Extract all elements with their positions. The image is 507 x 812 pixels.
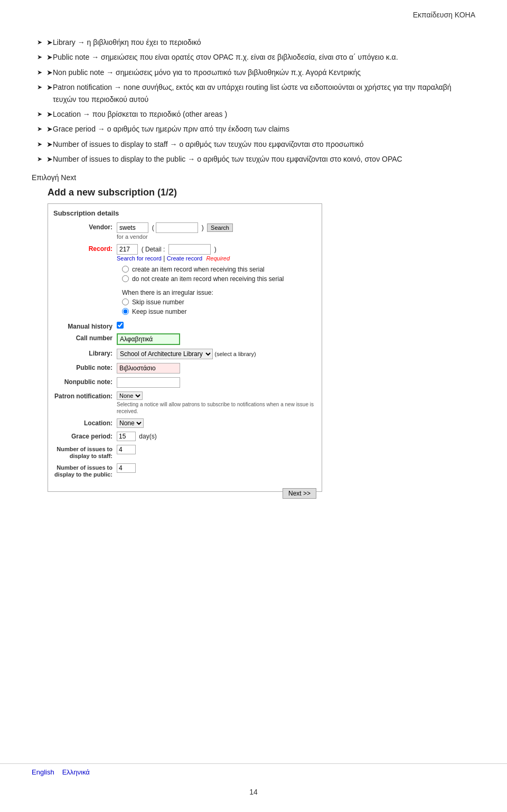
manual-history-checkbox[interactable] [117, 322, 124, 329]
form-actions: Next >> [53, 482, 316, 486]
next-label: Επιλογή Next [32, 173, 475, 182]
patron-notification-row: Patron notification: None Selecting a no… [53, 391, 316, 415]
subscription-title: Add a new subscription (1/2) [48, 187, 475, 198]
manual-history-content [117, 322, 316, 330]
vendor-row: Vendor: ( ) Search for a vendor [53, 222, 316, 240]
bullet-item-8: ➤ Number of issues to display to the pub… [37, 152, 475, 166]
patron-notification-label: Patron notification: [53, 391, 117, 400]
skip-issue-row: Skip issue number [122, 298, 316, 306]
bullet-item-7: ➤ Number of issues to display to staff →… [37, 137, 475, 152]
public-note-row: Public note: [53, 363, 316, 374]
bullet-arrow-1: ➤ [46, 36, 53, 48]
bullet-item-2: ➤ Public note → σημειώσεις που είναι ορα… [37, 50, 475, 64]
vendor-search-button[interactable]: Search [207, 223, 233, 232]
radio-skip-issue[interactable] [122, 298, 129, 305]
bullet-text-6: Grace period → ο αριθμός των ημερών πριν… [53, 123, 289, 135]
record-row: Record: ( Detail : ) Search for record |… [53, 244, 316, 262]
bullet-text-8: Number of issues to display to the publi… [53, 153, 402, 165]
form-section-title: Subscription details [53, 209, 316, 217]
grace-period-input[interactable] [117, 432, 136, 441]
num-public-content [117, 463, 316, 473]
call-number-row: Call number [53, 333, 316, 345]
nonpublic-note-label: Nonpublic note: [53, 377, 117, 386]
bullet-item-5: ➤ Location → που βρίσκεται το περιοδικό … [37, 107, 475, 122]
search-for-record-link[interactable]: Search for record [117, 255, 162, 262]
bullet-item-6: ➤ Grace period → ο αριθμός των ημερών πρ… [37, 122, 475, 136]
num-public-input[interactable] [117, 463, 136, 473]
manual-history-row: Manual history [53, 322, 316, 330]
bullet-arrow-2: ➤ [46, 51, 53, 63]
bullet-arrow-3: ➤ [46, 67, 53, 78]
radio-no-create-item-label: do not create an item record when receiv… [132, 275, 284, 283]
bullet-text-3: Non public note → σημειώσεις μόνο για το… [53, 67, 361, 78]
num-public-row: Number of issues to display to the publi… [53, 463, 316, 478]
bullet-text-2: Public note → σημειώσεις που είναι ορατέ… [53, 51, 398, 63]
num-public-label: Number of issues to display to the publi… [53, 463, 117, 478]
for-a-vendor-label: for a vendor [117, 234, 148, 240]
vendor-content: ( ) Search for a vendor [117, 222, 316, 240]
record-input[interactable] [117, 244, 138, 255]
keep-issue-row: Keep issue number [122, 308, 316, 315]
nonpublic-note-content [117, 377, 316, 388]
radio-section: create an item record when receiving thi… [122, 266, 316, 283]
public-note-input[interactable] [117, 363, 180, 374]
irregular-section: When there is an irregular issue: Skip i… [122, 289, 316, 315]
bullet-text-7: Number of issues to display to staff → ο… [53, 138, 364, 150]
skip-issue-label: Skip issue number [132, 298, 184, 306]
bullet-text-5: Location → που βρίσκεται το περιοδικό (o… [53, 108, 227, 120]
radio-create-item-label: create an item record when receiving thi… [132, 266, 265, 273]
patron-notification-content: None Selecting a notice will allow patro… [117, 391, 316, 415]
create-record-link[interactable]: Create record [167, 255, 202, 262]
bullet-arrow-6: ➤ [46, 123, 53, 135]
library-label: Library: [53, 349, 117, 357]
record-detail-input[interactable] [168, 244, 211, 255]
subscription-form: Subscription details Vendor: ( ) Search … [48, 203, 322, 492]
grace-period-label: Grace period: [53, 432, 117, 440]
nonpublic-note-row: Nonpublic note: [53, 377, 316, 388]
public-note-content [117, 363, 316, 374]
next-button[interactable]: Next >> [283, 488, 316, 499]
library-content: School of Architecture Library (select a… [117, 349, 316, 359]
irregular-label: When there is an irregular issue: [122, 289, 316, 296]
call-number-content [117, 333, 316, 345]
bullet-arrow-5: ➤ [46, 108, 53, 120]
keep-issue-label: Keep issue number [132, 308, 186, 315]
vendor-search-input[interactable] [156, 222, 198, 233]
patron-notification-select[interactable]: None [117, 391, 143, 400]
language-bar: English Ελληνικά [0, 763, 507, 780]
header-title: Εκπαίδευση ΚΟΗΑ [413, 11, 475, 19]
location-label: Location: [53, 418, 117, 427]
location-row: Location: None [53, 418, 316, 428]
grace-period-content: day(s) [117, 432, 316, 441]
radio-create-item[interactable] [122, 266, 129, 273]
page-header: Εκπαίδευση ΚΟΗΑ [32, 11, 475, 19]
required-badge: Required [206, 255, 230, 262]
library-row: Library: School of Architecture Library … [53, 349, 316, 359]
bullet-item-3: ➤ Non public note → σημειώσεις μόνο για … [37, 65, 475, 80]
vendor-label: Vendor: [53, 222, 117, 231]
page-footer: 14 [0, 788, 507, 796]
lang-english[interactable]: English [32, 768, 54, 776]
call-number-input[interactable] [117, 333, 180, 345]
select-library-hint: (select a library) [214, 351, 256, 357]
num-staff-label: Number of issues to display to staff: [53, 445, 117, 460]
bullet-list: ➤ Library → η βιβλιοθήκη που έχει το περ… [32, 35, 475, 167]
num-staff-row: Number of issues to display to staff: [53, 445, 316, 460]
num-staff-input[interactable] [117, 445, 136, 454]
grace-period-unit: day(s) [139, 433, 156, 440]
location-select[interactable]: None [117, 418, 144, 428]
page-number: 14 [249, 788, 258, 796]
bullet-text-1: Library → η βιβλιοθήκη που έχει το περιο… [53, 36, 201, 48]
library-select[interactable]: School of Architecture Library [117, 349, 213, 359]
radio-no-create-item[interactable] [122, 275, 129, 282]
vendor-input[interactable] [117, 222, 148, 233]
bullet-arrow-7: ➤ [46, 138, 53, 150]
lang-greek[interactable]: Ελληνικά [62, 768, 90, 776]
location-content: None [117, 418, 316, 428]
bullet-arrow-4: ➤ [46, 81, 53, 93]
radio-row-1: create an item record when receiving thi… [122, 266, 316, 273]
nonpublic-note-input[interactable] [117, 377, 180, 388]
radio-keep-issue[interactable] [122, 308, 129, 315]
bullet-item-4: ➤ Patron notification → none συνήθως, εκ… [37, 80, 475, 107]
grace-period-row: Grace period: day(s) [53, 432, 316, 441]
